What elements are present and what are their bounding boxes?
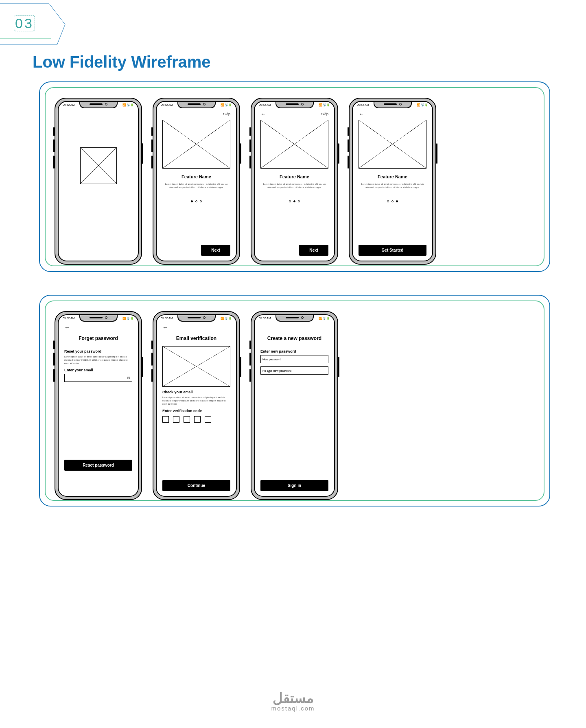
phone-onboarding-3: 09:52 AM 📶 📡 🔋 ← Feature Name Lorem ipsu… (349, 98, 436, 265)
verification-code-inputs[interactable] (162, 416, 230, 423)
back-icon[interactable]: ← (162, 324, 168, 331)
check-email-label: Check your email (162, 390, 230, 394)
phone-new-password: 09:52 AM 📶 📡 🔋 Create a new password Ent… (251, 311, 338, 500)
feature-description: Lorem ipsum dolor sit amet consectetur a… (162, 182, 230, 189)
reset-password-button[interactable]: Reset password (64, 460, 132, 471)
wireframe-panel-onboarding: 09:52 AM 📶 📡 🔋 09:52 AM 📶 📡 🔋 Skip Featu… (39, 81, 550, 272)
code-label: Enter verification code (162, 409, 230, 413)
verification-image-placeholder (162, 346, 230, 387)
skip-button[interactable]: Skip (223, 112, 230, 116)
phone-forgot-password: 09:52 AM 📶 📡 🔋 ← Forget password Reset y… (55, 311, 142, 500)
email-label: Enter your email (64, 368, 132, 372)
pagination-dots (162, 200, 230, 202)
phone-email-verification: 09:52 AM 📶 📡 🔋 ← Email verification Chec… (153, 311, 240, 500)
screen-title: Email verification (162, 335, 230, 341)
continue-button[interactable]: Continue (162, 480, 230, 491)
back-icon[interactable]: ← (359, 111, 364, 117)
screen-title: Forget password (64, 335, 132, 341)
phone-onboarding-1: 09:52 AM 📶 📡 🔋 Skip Feature Name Lorem i… (153, 98, 240, 265)
next-button[interactable]: Next (299, 245, 328, 256)
feature-image-placeholder (359, 120, 426, 169)
get-started-button[interactable]: Get Started (359, 245, 426, 256)
back-icon[interactable]: ← (64, 324, 70, 331)
wireframe-panel-auth: 09:52 AM 📶 📡 🔋 ← Forget password Reset y… (39, 295, 550, 507)
phone-onboarding-2: 09:52 AM 📶 📡 🔋 ←Skip Feature Name Lorem … (251, 98, 338, 265)
signin-button[interactable]: Sign in (260, 480, 328, 491)
decorative-lines (0, 0, 81, 49)
mail-icon: ✉ (127, 376, 130, 380)
phone-splash: 09:52 AM 📶 📡 🔋 (55, 98, 142, 265)
retype-password-field[interactable]: Re-type new password (260, 366, 328, 375)
reset-subtitle: Reset your password (64, 349, 132, 353)
status-time: 09:52 AM (63, 103, 75, 106)
feature-image-placeholder (260, 120, 328, 169)
screen-title: Create a new password (260, 335, 328, 341)
mostaql-logo: مستقل mostaql.com (271, 691, 315, 712)
feature-image-placeholder (162, 120, 230, 169)
email-field[interactable]: ✉ (64, 374, 132, 382)
page-title: Low Fidelity Wireframe (33, 53, 211, 71)
status-icons: 📶 📡 🔋 (122, 103, 134, 107)
logo-placeholder (80, 147, 117, 184)
skip-button[interactable]: Skip (321, 112, 328, 116)
feature-title: Feature Name (162, 174, 230, 179)
back-icon[interactable]: ← (260, 111, 266, 117)
next-button[interactable]: Next (201, 245, 230, 256)
new-password-field[interactable]: New password (260, 355, 328, 363)
reset-description: Lorem ipsum dolor sit amet consectetur a… (64, 355, 132, 365)
new-password-label: Enter new password (260, 349, 328, 353)
